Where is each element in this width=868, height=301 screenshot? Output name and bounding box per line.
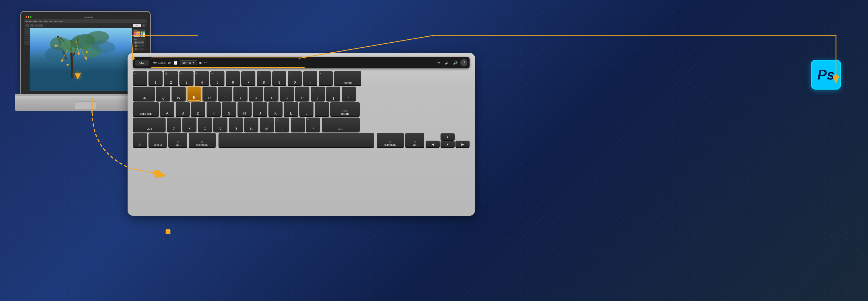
- arrow-up-row: ▲: [426, 133, 470, 140]
- key-command-right[interactable]: ⌘ command: [377, 133, 404, 147]
- key-s[interactable]: S: [176, 102, 190, 116]
- key-d[interactable]: D: [191, 102, 205, 116]
- ps-left-panel: [24, 28, 30, 91]
- key-0[interactable]: ) 0: [288, 71, 302, 85]
- menu-view: View: [54, 20, 57, 22]
- key-7[interactable]: & 7: [241, 71, 255, 85]
- menu-edit: Edit: [29, 20, 32, 22]
- key-8[interactable]: * 8: [257, 71, 271, 85]
- key-backtick[interactable]: ~ `: [133, 71, 147, 85]
- key-rbracket[interactable]: } ]: [326, 87, 340, 101]
- key-semicolon[interactable]: : ;: [299, 102, 313, 116]
- arrow-cluster: ▲ ◀ ▼ ▶: [426, 133, 470, 147]
- swatch-11: [133, 35, 136, 37]
- tb-undo-control[interactable]: ↩: [204, 61, 207, 65]
- key-b[interactable]: B: [229, 118, 243, 132]
- swatch-14: [141, 35, 143, 37]
- key-w[interactable]: W: [172, 87, 186, 101]
- tb-btn-3: □: [35, 24, 38, 27]
- key-quote[interactable]: " ': [315, 102, 329, 116]
- key-fn[interactable]: fn: [133, 133, 147, 147]
- key-arrow-up[interactable]: ▲: [440, 133, 455, 140]
- key-v[interactable]: V: [213, 118, 227, 132]
- key-y[interactable]: Y: [234, 87, 248, 101]
- tb-siri-btn[interactable]: 🎤: [460, 59, 467, 66]
- key-2[interactable]: @ 2: [164, 71, 178, 85]
- tb-separator-1: [151, 59, 151, 67]
- tb-volume-up-icon[interactable]: 🔊: [452, 60, 459, 65]
- key-option-right[interactable]: ⌥ alt option: [405, 133, 424, 147]
- key-q[interactable]: Q: [156, 87, 170, 101]
- layer-item: [134, 41, 145, 44]
- tb-history-control[interactable]: 📋: [173, 61, 178, 65]
- key-lbracket[interactable]: { [: [311, 87, 325, 101]
- key-3[interactable]: # 3: [179, 71, 193, 85]
- tb-zoom-control[interactable]: 👁 100%: [153, 61, 165, 65]
- key-control[interactable]: ⌃ control: [149, 133, 167, 147]
- touch-bar[interactable]: esc 👁 100% ⊕ 📋: [133, 57, 470, 68]
- key-x[interactable]: X: [182, 118, 196, 132]
- key-e[interactable]: E: [187, 87, 201, 101]
- key-space[interactable]: [218, 133, 374, 147]
- key-p[interactable]: P: [295, 87, 309, 101]
- keyboard-body: esc 👁 100% ⊕ 📋: [128, 53, 475, 216]
- key-option-left[interactable]: ⌥ alt option: [168, 133, 187, 147]
- layers-list: [133, 41, 145, 52]
- key-k[interactable]: K: [269, 102, 283, 116]
- key-caps-lock[interactable]: caps lock: [133, 102, 159, 116]
- option-label-right: option: [412, 144, 418, 147]
- key-1[interactable]: ! 1: [149, 71, 162, 85]
- ps-icon-text: Ps: [817, 68, 835, 82]
- key-arrow-right[interactable]: ▶: [456, 141, 470, 147]
- tb-opacity-control[interactable]: ◧: [199, 61, 202, 65]
- key-backslash[interactable]: | \: [342, 87, 356, 101]
- tb-eye-icon: 👁: [153, 61, 157, 65]
- tb-blend-dropdown[interactable]: Normal ▼: [180, 60, 197, 65]
- key-u[interactable]: U: [249, 87, 263, 101]
- key-period[interactable]: > .: [291, 118, 305, 132]
- key-arrow-down[interactable]: ▼: [440, 141, 455, 147]
- tb-brightness-icon[interactable]: ☀: [436, 60, 442, 65]
- key-z[interactable]: Z: [167, 118, 181, 132]
- key-f[interactable]: F: [207, 102, 221, 116]
- menu-window: Window: [58, 20, 63, 22]
- key-r[interactable]: R: [203, 87, 217, 101]
- key-comma[interactable]: < ,: [275, 118, 289, 132]
- key-minus[interactable]: _ -: [303, 71, 317, 85]
- tb-volume-down-icon[interactable]: 🔉: [443, 60, 450, 65]
- key-m[interactable]: M: [260, 118, 274, 132]
- key-9[interactable]: ( 9: [272, 71, 286, 85]
- close-btn: [26, 16, 27, 18]
- tb-move-control[interactable]: ⊕: [168, 61, 171, 65]
- key-6[interactable]: ^ 6: [226, 71, 240, 85]
- key-delete[interactable]: delete: [334, 71, 361, 85]
- key-command-left[interactable]: ⌘ command: [189, 133, 216, 147]
- key-t[interactable]: T: [218, 87, 232, 101]
- tb-history-icon: 📋: [173, 61, 178, 65]
- key-5[interactable]: % 5: [210, 71, 224, 85]
- key-return[interactable]: enter return: [330, 102, 360, 116]
- key-h[interactable]: H: [238, 102, 252, 116]
- key-slash[interactable]: ? /: [306, 118, 320, 132]
- key-shift-left[interactable]: shift: [133, 118, 165, 132]
- key-a[interactable]: A: [160, 102, 174, 116]
- key-arrow-left[interactable]: ◀: [426, 141, 440, 147]
- key-n[interactable]: N: [244, 118, 258, 132]
- menu-layer: Layer: [39, 20, 42, 22]
- key-equals[interactable]: + =: [319, 71, 333, 85]
- key-i[interactable]: I: [265, 87, 278, 101]
- key-o[interactable]: O: [280, 87, 294, 101]
- swatch-5: [143, 31, 145, 33]
- ps-colors-panel: Swatches: [133, 29, 146, 37]
- key-j[interactable]: J: [253, 102, 267, 116]
- minimize-btn: [28, 16, 29, 18]
- tb-esc-key[interactable]: esc: [135, 60, 149, 66]
- key-4[interactable]: $ 4: [195, 71, 209, 85]
- tb-opacity-icon: ◧: [199, 61, 202, 65]
- key-tab[interactable]: tab: [133, 87, 155, 101]
- key-c[interactable]: C: [198, 118, 212, 132]
- key-l[interactable]: L: [284, 102, 298, 116]
- key-g[interactable]: G: [222, 102, 236, 116]
- key-shift-right[interactable]: shift: [322, 118, 360, 132]
- ps-toolbar-top: ⬡ ↗ □ ↻ 100% ⊞: [24, 23, 147, 28]
